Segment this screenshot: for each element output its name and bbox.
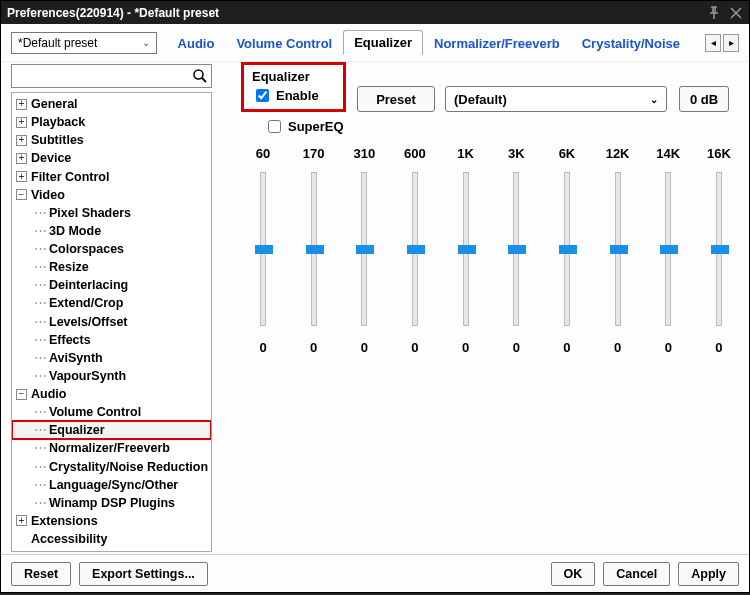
supereq-row[interactable]: SuperEQ — [264, 117, 344, 136]
eq-slider[interactable] — [564, 172, 570, 326]
tree-item-volume-control[interactable]: ⋯Volume Control — [12, 403, 211, 421]
tab-normalizer-freeverb[interactable]: Normalizer/Freeverb — [423, 31, 571, 55]
band-value-label: 0 — [310, 340, 317, 355]
expand-icon[interactable]: + — [16, 117, 27, 128]
tree-item-deinterlacing[interactable]: ⋯Deinterlacing — [12, 276, 211, 294]
tree-leaf-icon: ⋯ — [34, 276, 47, 294]
tree-item-effects[interactable]: ⋯Effects — [12, 331, 211, 349]
eq-slider-thumb[interactable] — [407, 245, 425, 254]
eq-slider[interactable] — [615, 172, 621, 326]
tree-item-avisynth[interactable]: ⋯AviSynth — [12, 349, 211, 367]
collapse-icon[interactable]: − — [16, 389, 27, 400]
expand-icon[interactable]: + — [16, 99, 27, 110]
eq-slider-thumb[interactable] — [306, 245, 324, 254]
search-input[interactable] — [12, 69, 192, 83]
close-icon[interactable] — [729, 6, 743, 20]
tree-item-audio[interactable]: −Audio — [12, 385, 211, 403]
export-settings-button[interactable]: Export Settings... — [79, 562, 208, 586]
enable-row[interactable]: Enable — [244, 86, 343, 105]
preset-select[interactable]: *Default preset ⌄ — [11, 32, 157, 54]
supereq-label: SuperEQ — [288, 119, 344, 134]
eq-slider[interactable] — [311, 172, 317, 326]
eq-band-14k: 14K0 — [644, 146, 692, 355]
tree-item-label: Equalizer — [49, 421, 105, 439]
eq-slider[interactable] — [361, 172, 367, 326]
eq-slider-thumb[interactable] — [711, 245, 729, 254]
tree-item-label: Extensions — [31, 512, 98, 530]
tree-item-label: Language/Sync/Other — [49, 476, 178, 494]
collapse-icon[interactable]: − — [16, 189, 27, 200]
tree-item-general[interactable]: +General — [12, 95, 211, 113]
tree-item-video[interactable]: −Video — [12, 186, 211, 204]
eq-slider[interactable] — [412, 172, 418, 326]
tree-item-extend-crop[interactable]: ⋯Extend/Crop — [12, 294, 211, 312]
expand-icon[interactable]: + — [16, 153, 27, 164]
reset-button[interactable]: Reset — [11, 562, 71, 586]
tab-scroll-right[interactable]: ▸ — [723, 34, 739, 52]
eq-band-12k: 12K0 — [594, 146, 642, 355]
tab-scroll-left[interactable]: ◂ — [705, 34, 721, 52]
tab-audio[interactable]: Audio — [167, 31, 226, 55]
pin-icon[interactable] — [707, 6, 721, 20]
tree-item-vapoursynth[interactable]: ⋯VapourSynth — [12, 367, 211, 385]
tree-item-label: Resize — [49, 258, 89, 276]
band-value-label: 0 — [462, 340, 469, 355]
tree-item-accessibility[interactable]: Accessibility — [12, 530, 211, 548]
eq-slider-thumb[interactable] — [508, 245, 526, 254]
tree-item-language-sync-other[interactable]: ⋯Language/Sync/Other — [12, 476, 211, 494]
tree-item-colorspaces[interactable]: ⋯Colorspaces — [12, 240, 211, 258]
eq-slider-thumb[interactable] — [458, 245, 476, 254]
tree-item-label: Levels/Offset — [49, 313, 128, 331]
band-freq-label: 1K — [457, 146, 474, 166]
tree-item-normalizer-freeverb[interactable]: ⋯Normalizer/Freeverb — [12, 439, 211, 457]
eq-slider[interactable] — [716, 172, 722, 326]
tree-item-device[interactable]: +Device — [12, 149, 211, 167]
tree-item-filter-control[interactable]: +Filter Control — [12, 168, 211, 186]
tree-item-label: Winamp DSP Plugins — [49, 494, 175, 512]
tree-item-playback[interactable]: +Playback — [12, 113, 211, 131]
search-field[interactable] — [11, 64, 212, 88]
toolbar: *Default preset ⌄ AudioVolume ControlEqu… — [1, 24, 749, 62]
supereq-checkbox[interactable] — [268, 120, 281, 133]
tab-volume-control[interactable]: Volume Control — [225, 31, 343, 55]
tree-item-label: Audio — [31, 385, 66, 403]
preset-button[interactable]: Preset — [357, 86, 435, 112]
tree-item-crystality-noise-reduction[interactable]: ⋯Crystality/Noise Reduction — [12, 458, 211, 476]
tree-item-pixel-shaders[interactable]: ⋯Pixel Shaders — [12, 204, 211, 222]
tab-crystality-noise[interactable]: Crystality/Noise — [571, 31, 691, 55]
eq-slider-thumb[interactable] — [356, 245, 374, 254]
eq-slider-thumb[interactable] — [610, 245, 628, 254]
expand-icon[interactable]: + — [16, 515, 27, 526]
tree-item-extensions[interactable]: +Extensions — [12, 512, 211, 530]
expand-icon[interactable]: + — [16, 135, 27, 146]
tree-item-subtitles[interactable]: +Subtitles — [12, 131, 211, 149]
tabs: AudioVolume ControlEqualizerNormalizer/F… — [167, 30, 691, 55]
eq-slider[interactable] — [260, 172, 266, 326]
enable-label: Enable — [276, 88, 319, 103]
eq-slider[interactable] — [665, 172, 671, 326]
expand-icon[interactable]: + — [16, 171, 27, 182]
tree-item-resize[interactable]: ⋯Resize — [12, 258, 211, 276]
tree-item-equalizer[interactable]: ⋯Equalizer — [12, 421, 211, 439]
eq-slider-thumb[interactable] — [660, 245, 678, 254]
tree-item-winamp-dsp-plugins[interactable]: ⋯Winamp DSP Plugins — [12, 494, 211, 512]
nav-tree-container[interactable]: +General+Playback+Subtitles+Device+Filte… — [11, 92, 212, 552]
eq-slider[interactable] — [513, 172, 519, 326]
tree-item-3d-mode[interactable]: ⋯3D Mode — [12, 222, 211, 240]
eq-preset-select[interactable]: (Default) ⌄ — [445, 86, 667, 112]
zero-db-button[interactable]: 0 dB — [679, 86, 729, 112]
tree-leaf-icon: ⋯ — [34, 222, 47, 240]
band-value-label: 0 — [665, 340, 672, 355]
apply-button[interactable]: Apply — [678, 562, 739, 586]
tree-item-levels-offset[interactable]: ⋯Levels/Offset — [12, 313, 211, 331]
band-value-label: 0 — [259, 340, 266, 355]
cancel-button[interactable]: Cancel — [603, 562, 670, 586]
tab-equalizer[interactable]: Equalizer — [343, 30, 423, 55]
eq-slider-thumb[interactable] — [559, 245, 577, 254]
enable-checkbox[interactable] — [256, 89, 269, 102]
ok-button[interactable]: OK — [551, 562, 596, 586]
equalizer-group-title: Equalizer — [244, 65, 343, 86]
eq-slider[interactable] — [463, 172, 469, 326]
eq-slider-thumb[interactable] — [255, 245, 273, 254]
band-freq-label: 60 — [256, 146, 270, 166]
